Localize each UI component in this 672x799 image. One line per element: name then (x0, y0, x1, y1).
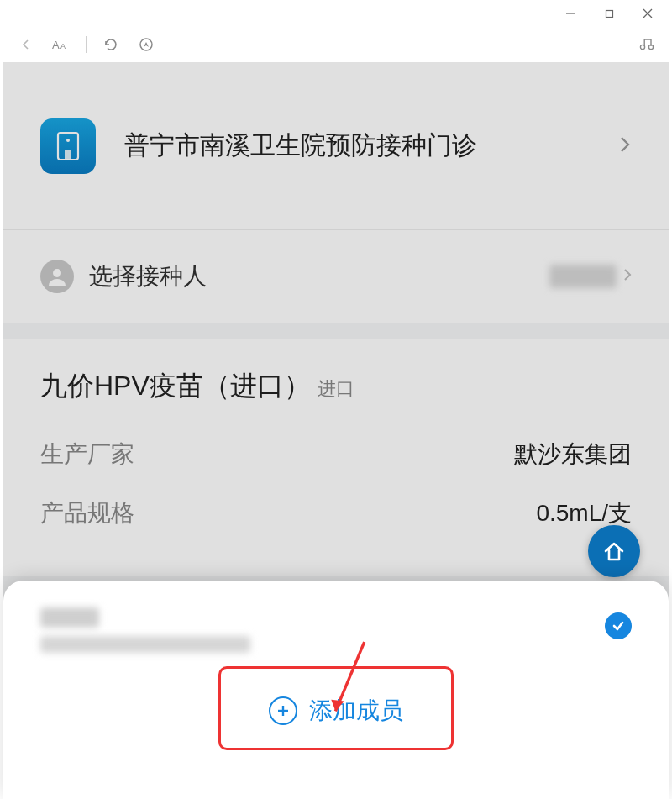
clinic-icon (40, 118, 96, 174)
member-select-sheet: 添加成员 (3, 581, 669, 799)
svg-point-13 (53, 269, 61, 277)
window-maximize-button[interactable] (590, 0, 628, 27)
window: A A (0, 0, 672, 799)
svg-text:A: A (52, 39, 60, 51)
floating-home-button[interactable] (588, 525, 640, 577)
member-detail (40, 636, 250, 653)
compass-button[interactable] (132, 30, 160, 59)
back-button[interactable] (12, 30, 40, 59)
content-area: 普宁市南溪卫生院预防接种门诊 选择接种人 九价HPV疫苗（进口） (0, 62, 672, 799)
add-member-wrap: 添加成员 (3, 680, 669, 742)
member-option[interactable] (3, 581, 669, 661)
member-name (40, 607, 99, 628)
add-member-label: 添加成员 (309, 695, 403, 727)
svg-rect-1 (606, 10, 612, 17)
selected-check-icon (605, 612, 632, 639)
vaccine-card: 九价HPV疫苗（进口） 进口 生产厂家 默沙东集团 产品规格 0.5mL/支 (3, 339, 669, 576)
member-option-text (40, 607, 605, 653)
add-member-button[interactable]: 添加成员 (235, 680, 437, 742)
manufacturer-value: 默沙东集团 (514, 439, 632, 470)
font-size-button[interactable]: A A (47, 30, 76, 59)
svg-text:A: A (60, 42, 66, 50)
window-close-button[interactable] (628, 0, 667, 27)
spec-label: 产品规格 (40, 497, 134, 529)
vaccine-name: 九价HPV疫苗（进口） (40, 368, 311, 405)
avatar-icon (40, 260, 74, 293)
manufacturer-label: 生产厂家 (40, 439, 134, 470)
window-titlebar (0, 0, 672, 27)
earbuds-icon[interactable] (632, 30, 660, 59)
clinic-row[interactable]: 普宁市南溪卫生院预防接种门诊 (3, 62, 669, 230)
svg-rect-12 (65, 150, 71, 160)
browser-toolbar: A A (0, 27, 672, 62)
vaccine-tag: 进口 (318, 376, 354, 402)
vaccine-title-row: 九价HPV疫苗（进口） 进口 (40, 339, 632, 425)
clinic-name: 普宁市南溪卫生院预防接种门诊 (124, 129, 618, 163)
svg-point-11 (66, 139, 70, 142)
person-selector-row[interactable]: 选择接种人 (3, 230, 669, 323)
manufacturer-row: 生产厂家 默沙东集团 (40, 425, 632, 484)
person-selected-value (549, 265, 617, 288)
spec-row: 产品规格 0.5mL/支 (40, 484, 632, 543)
window-minimize-button[interactable] (551, 0, 590, 27)
toolbar-separator (86, 36, 87, 53)
person-selector-label: 选择接种人 (89, 260, 549, 292)
chevron-right-icon (623, 267, 632, 286)
chevron-right-icon (618, 134, 632, 158)
refresh-button[interactable] (97, 30, 125, 59)
plus-circle-icon (269, 696, 297, 725)
page-content: 普宁市南溪卫生院预防接种门诊 选择接种人 九价HPV疫苗（进口） (3, 62, 669, 799)
